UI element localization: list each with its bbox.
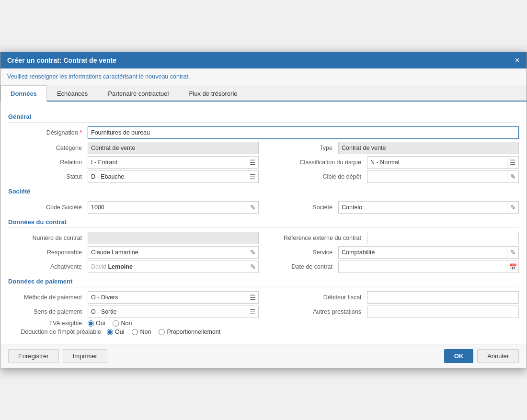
enregistrer-button[interactable]: Enregistrer: [8, 349, 59, 363]
deduction-radio-group: Oui Non Proportionnellement: [107, 329, 519, 335]
deduction-label: Déduction de l'impôt préalable: [8, 329, 104, 335]
designation-input[interactable]: [88, 126, 519, 139]
sens-field: O - Sortie ☰: [88, 306, 259, 318]
tva-label: TVA exigible: [8, 320, 85, 327]
close-button[interactable]: ×: [515, 56, 520, 65]
section-paiement-title: Données de paiement: [8, 278, 519, 287]
dialog-footer: Enregistrer Imprimer OK Annuler: [0, 344, 527, 368]
achat-value-part2: Lemoine: [108, 263, 132, 270]
debiteur-value[interactable]: [367, 291, 519, 304]
autres-label: Autres prestations: [268, 308, 364, 315]
tva-oui-option[interactable]: Oui: [88, 320, 105, 327]
societe-field: Contelo ✎: [338, 201, 519, 214]
categorie-label: Catégorie: [8, 145, 85, 151]
dialog-body: Général Désignation Catégorie Contrat de…: [0, 102, 527, 344]
type-label: Type: [268, 145, 335, 151]
dialog-subtitle: Veuillez renseigner les informations car…: [0, 68, 527, 85]
methode-list-icon[interactable]: ☰: [247, 291, 258, 304]
tab-donnees[interactable]: Données: [0, 85, 47, 102]
tab-echeances[interactable]: Echéances: [47, 85, 98, 102]
responsable-edit-icon[interactable]: ✎: [247, 246, 258, 259]
deduction-prop-radio[interactable]: [159, 329, 165, 335]
footer-left: Enregistrer Imprimer: [8, 349, 107, 363]
date-field: 📅: [338, 261, 519, 273]
annuler-button[interactable]: Annuler: [477, 349, 519, 363]
section-societe-title: Société: [8, 188, 519, 197]
methode-label: Méthode de paiement: [8, 294, 85, 301]
achat-value-part1: David: [91, 263, 106, 270]
achat-edit-icon[interactable]: ✎: [247, 261, 258, 273]
code-societe-label: Code Société: [8, 204, 85, 211]
ok-button[interactable]: OK: [444, 349, 474, 363]
deduction-non-option[interactable]: Non: [132, 329, 151, 335]
imprimer-button[interactable]: Imprimer: [63, 349, 107, 363]
deduction-non-radio[interactable]: [132, 329, 138, 335]
responsable-field: Claude Lamartine ✎: [88, 246, 259, 259]
statut-list-icon[interactable]: ☰: [247, 170, 258, 183]
date-label: Date de contrat: [268, 263, 335, 270]
service-edit-icon[interactable]: ✎: [507, 246, 518, 259]
deduction-oui-option[interactable]: Oui: [107, 329, 124, 335]
achat-field: David Lemoine ✎: [88, 261, 259, 273]
dialog-header: Créer un contrat: Contrat de vente ×: [0, 52, 527, 68]
main-dialog: Créer un contrat: Contrat de vente × Veu…: [0, 52, 527, 368]
tab-partenaire[interactable]: Partenaire contractuel: [98, 85, 179, 102]
tab-flux[interactable]: Flux de trésorerie: [179, 85, 247, 102]
cible-label: Cible de dépôt: [268, 173, 364, 180]
tva-non-radio[interactable]: [113, 320, 119, 327]
code-societe-field: 1000 ✎: [88, 201, 259, 214]
classification-field: N - Normal ☰: [367, 156, 519, 169]
numero-label: Numéro de contrat: [8, 235, 85, 241]
deduction-oui-radio[interactable]: [107, 329, 113, 335]
achat-label: Achat/vente: [8, 263, 85, 270]
date-calendar-icon[interactable]: 📅: [507, 261, 518, 273]
categorie-value: Contrat de vente: [88, 142, 259, 154]
type-value: Contrat de vente: [338, 142, 519, 154]
numero-value: [88, 232, 259, 244]
tva-radio-group: Oui Non: [88, 320, 519, 327]
societe-label: Société: [268, 204, 335, 211]
statut-field: D - Ebauche ☰: [88, 170, 259, 183]
relation-list-icon[interactable]: ☰: [247, 156, 258, 169]
reference-label: Référence externe du contrat: [268, 235, 364, 241]
section-general-title: Général: [8, 113, 519, 123]
cible-field: ✎: [367, 170, 519, 183]
service-label: Service: [268, 249, 335, 256]
sens-label: Sens de paiement: [8, 308, 85, 315]
societe-edit-icon[interactable]: ✎: [507, 201, 518, 214]
relation-label: Relation: [8, 159, 85, 166]
dialog-title: Créer un contrat: Contrat de vente: [7, 57, 116, 64]
methode-field: O - Divers ☰: [88, 291, 259, 304]
designation-label: Désignation: [8, 129, 85, 136]
tabs-container: Données Echéances Partenaire contractuel…: [0, 85, 527, 102]
tva-oui-radio[interactable]: [88, 320, 94, 327]
cible-edit-icon[interactable]: ✎: [507, 170, 518, 183]
footer-right: OK Annuler: [444, 349, 519, 363]
responsable-label: Responsable: [8, 249, 85, 256]
relation-field: I - Entrant ☰: [88, 156, 259, 169]
code-societe-edit-icon[interactable]: ✎: [247, 201, 258, 214]
classification-list-icon[interactable]: ☰: [507, 156, 518, 169]
statut-label: Statut: [8, 173, 85, 180]
sens-list-icon[interactable]: ☰: [247, 306, 258, 318]
service-field: Comptabilité ✎: [338, 246, 519, 259]
classification-label: Classification du risque: [268, 159, 364, 166]
debiteur-label: Débiteur fiscal: [268, 294, 364, 301]
section-contrat-title: Données du contrat: [8, 218, 519, 228]
tva-non-option[interactable]: Non: [113, 320, 132, 327]
reference-value[interactable]: [367, 232, 519, 244]
deduction-prop-option[interactable]: Proportionnellement: [159, 329, 220, 335]
autres-value[interactable]: [367, 306, 519, 318]
